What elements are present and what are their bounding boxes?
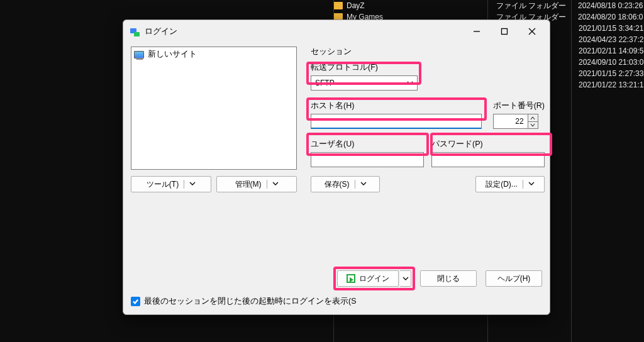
login-button[interactable]: ログイン — [337, 270, 411, 287]
spin-down-icon[interactable] — [528, 121, 538, 128]
button-label: 設定(D)... — [486, 179, 518, 190]
host-input[interactable] — [311, 114, 482, 129]
minimize-button[interactable] — [463, 21, 491, 41]
button-label: 閉じる — [437, 273, 460, 284]
manage-button[interactable]: 管理(M) — [216, 176, 297, 192]
protocol-select[interactable]: SFTP — [311, 75, 418, 91]
login-icon — [347, 274, 355, 283]
chevron-down-icon — [184, 180, 196, 189]
save-button[interactable]: 保存(S) — [311, 176, 380, 192]
login-dropdown[interactable] — [400, 270, 411, 287]
button-label: ログイン — [359, 273, 389, 284]
button-label: 管理(M) — [235, 179, 262, 190]
port-input[interactable] — [493, 114, 528, 129]
host-label: ホスト名(H) — [311, 101, 486, 111]
maximize-button[interactable] — [491, 21, 518, 41]
help-button[interactable]: ヘルプ(H) — [486, 270, 542, 287]
close-button[interactable] — [518, 21, 546, 41]
tools-button[interactable]: ツール(T) — [131, 176, 211, 192]
username-input[interactable] — [311, 152, 424, 167]
file-type: ファイル フォルダー — [496, 1, 578, 11]
column-divider — [571, 0, 572, 342]
file-date: 2024/09/10 21:03:0 — [579, 58, 644, 67]
file-row[interactable]: DayZ ファイル フォルダー 2024/08/18 0:23:26 — [333, 0, 644, 11]
button-label: ヘルプ(H) — [497, 273, 531, 284]
protocol-value: SFTP — [315, 79, 335, 87]
settings-button[interactable]: 設定(D)... — [475, 176, 545, 192]
port-label: ポート番号(R) — [493, 101, 545, 111]
site-item-new[interactable]: 新しいサイト — [133, 48, 295, 60]
file-date: 2021/01/15 2:27:33 — [579, 69, 644, 78]
port-spinner[interactable] — [528, 114, 538, 129]
file-date: 2024/04/23 22:37:2 — [579, 35, 644, 44]
username-label: ユーザ名(U) — [311, 139, 424, 150]
file-date: 2024/08/20 18:06:0 — [578, 13, 644, 21]
svg-rect-1 — [502, 29, 508, 35]
file-date: 2024/08/18 0:23:26 — [578, 1, 644, 10]
file-date: 2021/01/22 13:21:1 — [579, 80, 644, 89]
folder-icon — [333, 2, 343, 9]
file-date: 2021/02/11 14:09:5 — [579, 47, 644, 55]
password-label: パスワード(P) — [431, 139, 545, 150]
spin-up-icon[interactable] — [528, 114, 538, 121]
chevron-down-icon — [523, 180, 535, 189]
chevron-down-icon — [407, 80, 413, 86]
session-section-label: セッション — [311, 47, 545, 57]
button-label: 保存(S) — [325, 179, 350, 190]
sites-list[interactable]: 新しいサイト — [131, 47, 297, 170]
file-name: DayZ — [347, 1, 496, 10]
button-label: ツール(T) — [147, 179, 179, 190]
chevron-down-icon — [267, 180, 279, 189]
titlebar[interactable]: ログイン — [123, 20, 550, 43]
site-icon — [134, 51, 144, 58]
close-dialog-button[interactable]: 閉じる — [420, 270, 477, 287]
login-dialog: ログイン 新しいサイト ツール(T) 管理(M) — [123, 19, 550, 315]
file-date: 2021/01/15 3:34:21 — [579, 24, 644, 33]
protocol-label: 転送プロトコル(F) — [311, 62, 545, 73]
password-input[interactable] — [431, 152, 545, 167]
app-icon — [130, 26, 140, 36]
site-item-label: 新しいサイト — [148, 49, 197, 60]
show-login-on-startup-checkbox[interactable] — [131, 297, 140, 306]
dialog-title: ログイン — [145, 26, 463, 37]
chevron-down-icon — [355, 180, 367, 189]
checkbox-label: 最後のセッションを閉じた後の起動時にログインを表示(S — [144, 296, 357, 307]
